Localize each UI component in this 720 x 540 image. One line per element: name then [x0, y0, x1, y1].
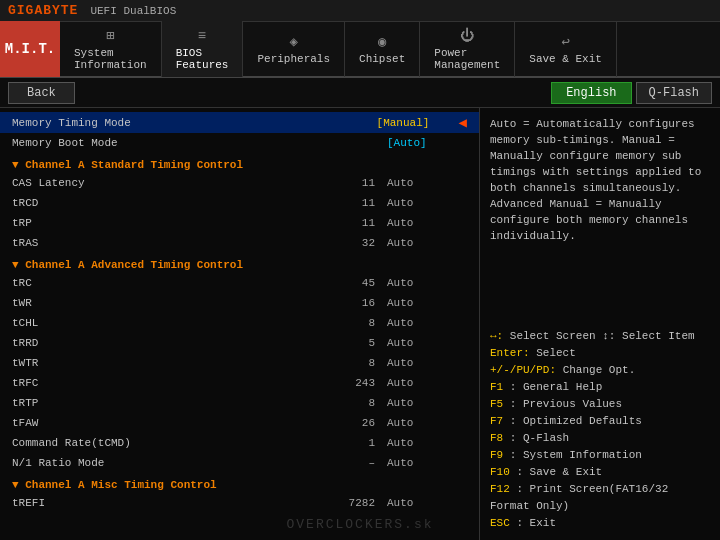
- row-label: tRRD: [12, 337, 337, 349]
- nav-item-system-info[interactable]: ⊞ SystemInformation: [60, 21, 162, 77]
- key-help-line: F5 : Previous Values: [490, 396, 710, 413]
- row-value: [Auto]: [387, 137, 467, 149]
- nav-label-chipset: Chipset: [359, 53, 405, 65]
- row-value: Auto: [387, 237, 467, 249]
- section-header: ▼ Channel A Misc Timing Control: [0, 473, 479, 493]
- table-row[interactable]: N/1 Ratio Mode–Auto: [0, 453, 479, 473]
- table-row[interactable]: tRAS32Auto: [0, 233, 479, 253]
- settings-panel: Memory Timing Mode[Manual]◀Memory Boot M…: [0, 108, 480, 540]
- language-button[interactable]: English: [551, 82, 631, 104]
- nav-item-chipset[interactable]: ◉ Chipset: [345, 21, 420, 77]
- nav-item-bios-features[interactable]: ≡ BIOSFeatures: [162, 21, 244, 77]
- table-row[interactable]: tFAW26Auto: [0, 413, 479, 433]
- key-help-line: +/-/PU/PD: Change Opt.: [490, 362, 710, 379]
- table-row[interactable]: tRC45Auto: [0, 273, 479, 293]
- row-label: N/1 Ratio Mode: [12, 457, 337, 469]
- row-value: Auto: [387, 277, 467, 289]
- key-action: Select: [536, 347, 576, 359]
- row-number: 8: [337, 317, 387, 329]
- row-number: 8: [337, 397, 387, 409]
- table-row[interactable]: Command Rate(tCMD)1Auto: [0, 433, 479, 453]
- key-label: F1: [490, 381, 510, 393]
- row-number: 5: [337, 337, 387, 349]
- row-value: Auto: [387, 317, 467, 329]
- row-number: 11: [337, 197, 387, 209]
- key-help-line: F8 : Q-Flash: [490, 430, 710, 447]
- row-label: tRCD: [12, 197, 337, 209]
- nav-mit[interactable]: M.I.T.: [0, 21, 60, 77]
- key-label: Enter:: [490, 347, 536, 359]
- table-row[interactable]: tWR16Auto: [0, 293, 479, 313]
- row-value: Auto: [387, 397, 467, 409]
- back-button[interactable]: Back: [8, 82, 75, 104]
- key-label: ↔:: [490, 330, 510, 342]
- nav-icon-save-exit: ↩: [561, 33, 569, 50]
- qflash-button[interactable]: Q-Flash: [636, 82, 712, 104]
- second-bar: Back English Q-Flash: [0, 78, 720, 108]
- table-row[interactable]: CAS Latency11Auto: [0, 173, 479, 193]
- key-label: F9: [490, 449, 510, 461]
- key-label: +/-/PU/PD:: [490, 364, 563, 376]
- row-label: tRFC: [12, 377, 337, 389]
- table-row[interactable]: Memory Timing Mode[Manual]◀: [0, 112, 479, 133]
- key-action: Change Opt.: [563, 364, 636, 376]
- key-help-line: F7 : Optimized Defaults: [490, 413, 710, 430]
- key-label: F12: [490, 483, 516, 495]
- key-action: : System Information: [510, 449, 642, 461]
- nav-items: ⊞ SystemInformation≡ BIOSFeatures◈ Perip…: [60, 21, 720, 77]
- key-action: : Save & Exit: [516, 466, 602, 478]
- table-row[interactable]: tREFI7282Auto: [0, 493, 479, 513]
- nav-icon-system-info: ⊞: [106, 27, 114, 44]
- row-value: Auto: [387, 417, 467, 429]
- row-label: tRTP: [12, 397, 337, 409]
- row-value: Auto: [387, 457, 467, 469]
- table-row[interactable]: tRCD11Auto: [0, 193, 479, 213]
- row-label: tRP: [12, 217, 337, 229]
- nav-icon-power: ⏻: [460, 28, 474, 44]
- main-area: Memory Timing Mode[Manual]◀Memory Boot M…: [0, 108, 720, 540]
- key-help-line: ↔: Select Screen ↕: Select Item: [490, 328, 710, 345]
- nav-label-system-info: SystemInformation: [74, 47, 147, 71]
- uefi-label: UEFI DualBIOS: [90, 5, 176, 17]
- selection-arrow: ◀: [459, 114, 467, 131]
- row-value: Auto: [387, 197, 467, 209]
- row-label: tRAS: [12, 237, 337, 249]
- nav-label-bios-features: BIOSFeatures: [176, 47, 229, 71]
- row-label: Command Rate(tCMD): [12, 437, 337, 449]
- nav-label-power: PowerManagement: [434, 47, 500, 71]
- table-row[interactable]: tRTP8Auto: [0, 393, 479, 413]
- nav-item-power[interactable]: ⏻ PowerManagement: [420, 21, 515, 77]
- table-row[interactable]: tRRD5Auto: [0, 333, 479, 353]
- key-help-section: ↔: Select Screen ↕: Select ItemEnter: Se…: [490, 328, 710, 532]
- row-label: Memory Boot Mode: [12, 137, 337, 149]
- nav-item-peripherals[interactable]: ◈ Peripherals: [243, 21, 345, 77]
- row-label: tRC: [12, 277, 337, 289]
- table-row[interactable]: Memory Boot Mode[Auto]: [0, 133, 479, 153]
- row-label: tWR: [12, 297, 337, 309]
- row-number: 16: [337, 297, 387, 309]
- row-value: Auto: [387, 377, 467, 389]
- key-action: : Q-Flash: [510, 432, 569, 444]
- key-label: F8: [490, 432, 510, 444]
- row-label: tFAW: [12, 417, 337, 429]
- brand-logo: GIGABYTE: [8, 3, 78, 18]
- key-action: Select Screen ↕: Select Item: [510, 330, 695, 342]
- row-label: Memory Timing Mode: [12, 117, 327, 129]
- table-row[interactable]: tRFC243Auto: [0, 373, 479, 393]
- row-value: Auto: [387, 497, 467, 509]
- row-number: 7282: [337, 497, 387, 509]
- key-help-line: F1 : General Help: [490, 379, 710, 396]
- row-label: tCHL: [12, 317, 337, 329]
- key-label: F10: [490, 466, 516, 478]
- key-help-line: F9 : System Information: [490, 447, 710, 464]
- table-row[interactable]: tWTR8Auto: [0, 353, 479, 373]
- table-row[interactable]: tCHL8Auto: [0, 313, 479, 333]
- row-value: Auto: [387, 177, 467, 189]
- nav-icon-peripherals: ◈: [290, 33, 298, 50]
- titlebar: GIGABYTE UEFI DualBIOS: [0, 0, 720, 22]
- row-value: Auto: [387, 357, 467, 369]
- table-row[interactable]: tRP11Auto: [0, 213, 479, 233]
- nav-item-save-exit[interactable]: ↩ Save & Exit: [515, 21, 617, 77]
- row-value: Auto: [387, 337, 467, 349]
- row-label: CAS Latency: [12, 177, 337, 189]
